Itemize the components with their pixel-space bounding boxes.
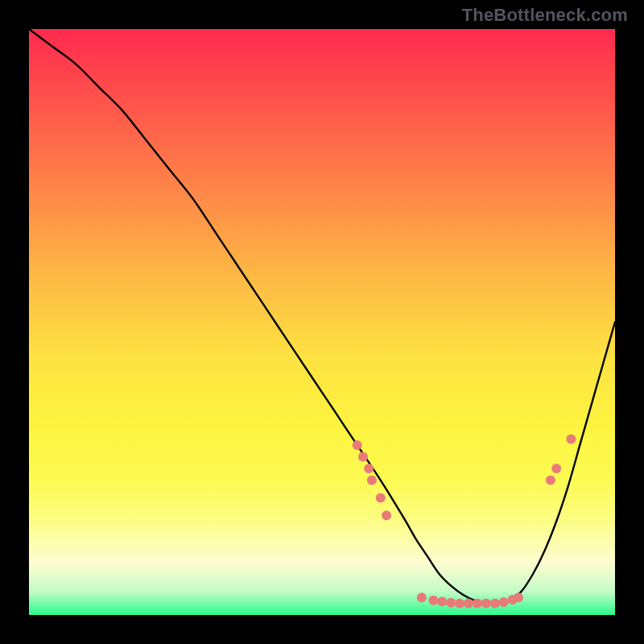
chart-root: TheBottleneck.com [0, 0, 644, 644]
data-point [514, 592, 523, 602]
scatter-dots [353, 435, 576, 609]
data-point [464, 598, 473, 608]
data-point [473, 598, 482, 608]
data-point [367, 476, 377, 485]
data-point [499, 597, 509, 607]
data-point [455, 598, 464, 608]
plot-area [29, 29, 615, 615]
data-point [382, 510, 391, 520]
data-point [546, 476, 555, 485]
data-point [490, 598, 500, 608]
data-point [417, 592, 427, 602]
data-point [364, 464, 374, 473]
watermark: TheBottleneck.com [462, 5, 628, 26]
bottleneck-curve [29, 29, 615, 604]
data-point [566, 435, 576, 444]
data-point [551, 464, 561, 473]
data-point [376, 493, 386, 502]
data-point [446, 598, 456, 608]
data-point [428, 596, 438, 605]
data-point [353, 440, 362, 450]
data-point [358, 452, 368, 461]
chart-svg [29, 29, 615, 615]
data-point [437, 597, 447, 606]
data-point [481, 598, 491, 608]
